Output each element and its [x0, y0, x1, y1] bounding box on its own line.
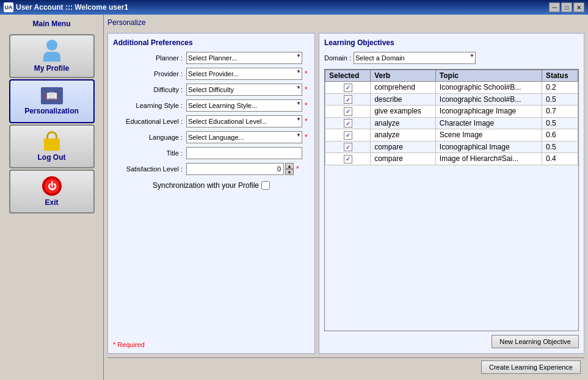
title-label: Title : — [113, 149, 186, 157]
satisfaction-control: ▲ ▼ * — [186, 163, 310, 175]
sidebar-item-exit[interactable]: ⏻ Exit — [9, 170, 95, 213]
educational-level-row: Educational Level : Select Educational L… — [113, 115, 310, 127]
new-lo-wrap: New Learning Objective — [324, 335, 579, 348]
domain-row: Domain : Select a Domain — [324, 52, 579, 64]
sidebar-item-log-out[interactable]: Log Out — [9, 124, 95, 168]
close-button[interactable]: ✕ — [573, 2, 584, 12]
lo-header: Learning Objectives — [324, 38, 579, 47]
spinner-buttons: ▲ ▼ — [285, 163, 294, 175]
objectives-table-container: Selected Verb Topic Status ✓ comprehend … — [324, 69, 579, 331]
sidebar-label-exit: Exit — [45, 198, 58, 207]
satisfaction-label: Satisfaction Level : — [113, 165, 186, 173]
domain-select-wrapper: Select a Domain — [354, 52, 476, 64]
planner-control: Select Planner... — [186, 52, 310, 64]
col-topic: Topic — [435, 70, 542, 82]
row-topic: Image of Hierarch#Sai... — [435, 153, 542, 165]
row-checkbox-cell: ✓ — [325, 129, 371, 142]
title-control — [186, 147, 310, 159]
table-row: ✓ compare Image of Hierarch#Sai... 0.4 — [325, 153, 578, 165]
col-status: Status — [542, 70, 578, 82]
person-icon — [41, 40, 63, 62]
spinner-down-button[interactable]: ▼ — [285, 169, 294, 175]
difficulty-row: Difficulty : Select Difficulty * — [113, 84, 310, 96]
sync-label: Synchronization with your Profile — [153, 181, 259, 190]
educational-level-select-wrapper: Select Educational Level... — [186, 115, 302, 127]
personalize-tab: Personalize — [107, 18, 584, 27]
minimize-button[interactable]: ─ — [549, 2, 560, 12]
row-status: 0.5 — [542, 93, 578, 106]
satisfaction-required-star: * — [296, 165, 299, 173]
learning-style-control: Select Learning Style... * — [186, 99, 310, 112]
sync-checkbox[interactable] — [261, 181, 270, 190]
row-status: 0.6 — [542, 129, 578, 142]
satisfaction-row: Satisfaction Level : ▲ ▼ * — [113, 163, 310, 175]
content-area: Personalize Additional Preferences Plann… — [104, 15, 588, 380]
language-select[interactable]: Select Language... — [186, 131, 302, 143]
planner-row: Planner : Select Planner... — [113, 52, 310, 64]
learning-style-row: Learning Style : Select Learning Style..… — [113, 99, 310, 112]
col-selected: Selected — [325, 70, 371, 82]
satisfaction-input[interactable] — [186, 163, 284, 175]
lo-title: Learning Objectives — [324, 38, 394, 47]
provider-select[interactable]: Select Provider... — [186, 68, 302, 80]
spinner-up-button[interactable]: ▲ — [285, 163, 294, 169]
row-checkbox[interactable]: ✓ — [344, 119, 352, 127]
language-row: Language : Select Language... * — [113, 131, 310, 143]
satisfaction-spinner: ▲ ▼ — [186, 163, 294, 175]
required-note: * Required — [113, 341, 145, 348]
difficulty-select-wrapper: Select Difficulty — [186, 84, 302, 96]
row-verb: give examples — [371, 106, 436, 118]
row-checkbox[interactable]: ✓ — [344, 143, 352, 151]
learning-style-required-star: * — [305, 101, 308, 110]
row-checkbox[interactable]: ✓ — [344, 107, 352, 116]
row-verb: comprehend — [371, 82, 436, 94]
row-topic: Iconographic School#B... — [435, 82, 542, 94]
restore-button[interactable]: □ — [561, 2, 572, 12]
provider-required-star: * — [305, 70, 308, 78]
provider-label: Provider : — [113, 70, 186, 77]
title-input[interactable] — [186, 147, 302, 159]
window-controls: ─ □ ✕ — [549, 2, 584, 12]
learning-style-label: Learning Style : — [113, 102, 186, 109]
new-learning-objective-button[interactable]: New Learning Objective — [492, 335, 579, 348]
provider-select-wrapper: Select Provider... — [186, 68, 302, 80]
create-learning-experience-button[interactable]: Create Learning Experience — [481, 360, 581, 374]
learning-style-select[interactable]: Select Learning Style... — [186, 99, 302, 112]
language-select-wrapper: Select Language... — [186, 131, 302, 143]
sidebar: Main Menu My Profile 📖 Personalization L… — [0, 15, 104, 380]
row-checkbox[interactable]: ✓ — [344, 155, 352, 163]
row-topic: Character Image — [435, 117, 542, 129]
difficulty-select[interactable]: Select Difficulty — [186, 84, 302, 96]
row-checkbox[interactable]: ✓ — [344, 131, 352, 140]
additional-preferences-panel: Additional Preferences Planner : Select … — [107, 33, 315, 354]
planner-label: Planner : — [113, 54, 186, 62]
provider-row: Provider : Select Provider... * — [113, 68, 310, 80]
sidebar-item-my-profile[interactable]: My Profile — [9, 34, 95, 78]
row-checkbox-cell: ✓ — [325, 153, 371, 165]
difficulty-required-star: * — [305, 85, 308, 94]
domain-select[interactable]: Select a Domain — [354, 52, 476, 64]
learning-style-select-wrapper: Select Learning Style... — [186, 99, 302, 112]
row-checkbox-cell: ✓ — [325, 82, 371, 94]
row-status: 0.5 — [542, 141, 578, 153]
row-checkbox[interactable]: ✓ — [344, 95, 352, 104]
row-status: 0.7 — [542, 106, 578, 118]
row-topic: Iconographical Image — [435, 141, 542, 153]
planner-select[interactable]: Select Planner... — [186, 52, 302, 64]
row-checkbox-cell: ✓ — [325, 117, 371, 129]
row-topic: Scene Image — [435, 129, 542, 142]
table-row: ✓ analyze Scene Image 0.6 — [325, 129, 578, 142]
sidebar-label-log-out: Log Out — [38, 153, 66, 162]
sidebar-item-personalization[interactable]: 📖 Personalization — [9, 79, 95, 123]
app-icon: UA — [4, 2, 13, 12]
educational-level-select[interactable]: Select Educational Level... — [186, 115, 302, 127]
row-verb: compare — [371, 153, 436, 165]
row-verb: describe — [371, 93, 436, 106]
difficulty-label: Difficulty : — [113, 86, 186, 93]
provider-control: Select Provider... * — [186, 68, 310, 80]
row-topic: Iconographic School#B... — [435, 93, 542, 106]
educational-level-control: Select Educational Level... * — [186, 115, 310, 127]
language-control: Select Language... * — [186, 131, 310, 143]
sidebar-label-personalization: Personalization — [24, 107, 79, 115]
row-checkbox[interactable]: ✓ — [344, 84, 352, 92]
